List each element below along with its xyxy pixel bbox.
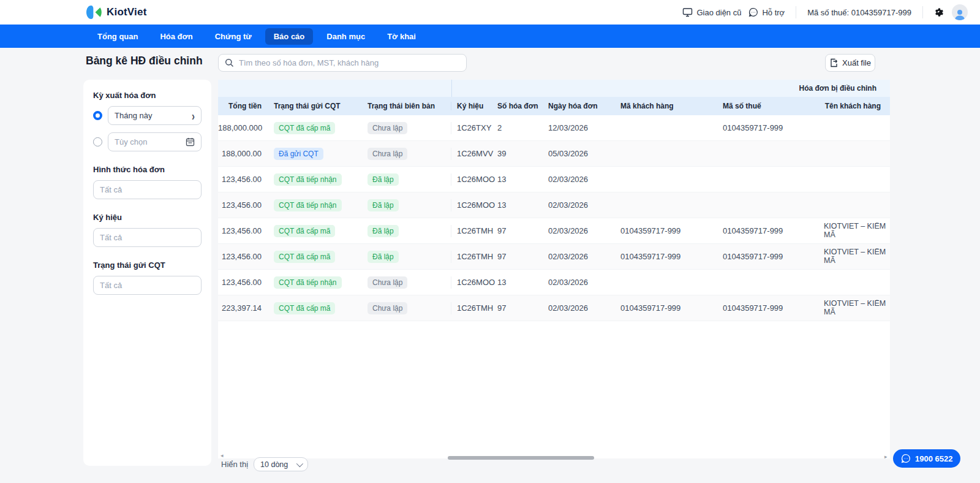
cell-invoice-number: 13 [497,200,548,210]
record-status-badge: Chưa lập [368,122,407,134]
record-status-badge: Chưa lập [368,276,407,289]
adjusted-invoice-group-header: Hóa đơn bị điều chỉnh [451,80,890,97]
cqt-status-filter-input[interactable] [93,276,202,295]
nav-item-2[interactable]: Chứng từ [206,28,260,45]
nav-item-3[interactable]: Báo cáo [265,28,314,45]
settings-button[interactable] [934,7,944,18]
scroll-right-arrow[interactable]: ▸ [884,454,888,460]
table-row[interactable]: 123,456.00CQT đã tiếp nhậnChưa lập1C26MO… [218,270,890,295]
old-interface-link[interactable]: Giao diện cũ [682,7,741,17]
cell-symbol: 1C26MVV [451,149,497,158]
cell-record-status: Chưa lập [368,276,451,289]
column-header-3: Ký hiệu [451,102,497,110]
nav-item-5[interactable]: Tờ khai [379,28,424,45]
symbol-filter-label: Ký hiệu [93,213,202,222]
invoice-form-filter-input[interactable] [93,180,202,199]
period-custom-radio[interactable] [93,137,102,146]
cell-cqt-status: CQT đã cấp mã [274,225,368,237]
table-row[interactable]: 123,456.00CQT đã tiếp nhậnĐã lập1C26MOO1… [218,167,890,192]
customer-name-text: KIOTVIET – KIẾM MÃ [824,222,890,238]
main-nav: Tổng quanHóa đơnChứng từBáo cáoDanh mụcT… [0,25,980,48]
cqt-status-badge: CQT đã tiếp nhận [274,173,342,186]
support-link[interactable]: Hỗ trợ [748,7,785,17]
table-row[interactable]: 188,000.00Đã gửi CQTChưa lập1C26MVV3905/… [218,141,890,167]
display-label: Hiển thị [221,460,248,469]
kiotviet-logo[interactable]: KiotViet [86,5,147,20]
nav-item-4[interactable]: Danh mục [318,28,374,45]
cell-symbol: 1C26TMH [451,303,497,313]
cqt-status-badge: CQT đã cấp mã [274,302,335,314]
cell-total-amount: 123,456.00 [218,200,274,210]
cell-tax-code: 0104359717-999 [723,123,824,132]
period-this-month-radio[interactable] [93,111,102,120]
column-header-8: Tên khách hàng [824,102,890,110]
column-header-5: Ngày hóa đơn [548,102,620,110]
symbol-filter-input[interactable] [93,228,202,247]
column-header-0: Tổng tiền [218,102,274,110]
cell-invoice-number: 2 [497,123,548,132]
cell-tax-code: 0104359717-999 [723,226,824,235]
period-custom-picker[interactable]: Tùy chọn [108,132,202,151]
divider [922,6,923,18]
cqt-status-badge: CQT đã tiếp nhận [274,276,342,289]
cell-record-status: Đã lập [368,199,451,211]
cell-tax-code: 0104359717-999 [723,303,824,313]
column-header-7: Mã số thuế [723,102,824,110]
kiotviet-logo-icon [86,5,102,20]
page-size-value: 10 dòng [260,460,288,469]
cell-customer-code: 0104359717-999 [620,252,723,261]
cell-total-amount: 188,000.00 [218,149,274,158]
chat-icon [901,454,911,463]
table-row[interactable]: 123,456.00CQT đã cấp mãĐã lập1C26TMH9702… [218,218,890,244]
search-input[interactable] [239,58,460,67]
cell-invoice-date: 02/03/2026 [548,200,620,210]
export-label: Xuất file [842,58,871,67]
table-group-header-row: Hóa đơn bị điều chỉnh [218,80,890,97]
table-row[interactable]: 223,397.14CQT đã cấp mãChưa lập1C26TMH97… [218,295,890,321]
table-row[interactable]: 123,456.00CQT đã tiếp nhậnĐã lập1C26MOO1… [218,192,890,218]
export-file-button[interactable]: Xuất file [825,54,875,72]
cell-record-status: Đã lập [368,251,451,263]
cqt-status-badge: CQT đã tiếp nhận [274,199,342,211]
nav-item-0[interactable]: Tổng quan [89,28,146,45]
cell-symbol: 1C26TMH [451,226,497,235]
cell-invoice-date: 05/03/2026 [548,149,620,158]
page-size-select[interactable]: 10 dòng [254,457,308,471]
table-row[interactable]: 188,000.000CQT đã cấp mãChưa lập1C26TXY2… [218,115,890,141]
table-column-header-row: Tổng tiềnTrạng thái gửi CQTTrạng thái bi… [218,97,890,115]
cqt-status-badge: CQT đã cấp mã [274,225,335,237]
cell-customer-name: KIOTVIET – KIẾM MÃ [824,248,890,264]
period-this-month-select[interactable]: Tháng này › [108,106,202,125]
chat-bubble-icon [748,7,758,17]
invoice-form-filter-label: Hình thức hóa đơn [93,165,202,174]
cqt-status-filter-label: Trạng thái gửi CQT [93,261,202,270]
nav-item-1[interactable]: Hóa đơn [151,28,201,45]
cell-customer-name: KIOTVIET – KIẾM MÃ [824,300,890,316]
table-row[interactable]: 123,456.00CQT đã cấp mãĐã lập1C26TMH9702… [218,244,890,270]
divider [796,6,796,18]
cqt-status-badge: CQT đã cấp mã [274,251,335,263]
cell-symbol: 1C26MOO [451,175,497,184]
record-status-badge: Chưa lập [368,302,407,314]
page-title: Bảng kê HĐ điều chỉnh [86,55,203,67]
cell-invoice-date: 02/03/2026 [548,175,620,184]
user-avatar[interactable] [952,4,968,20]
cell-invoice-number: 39 [497,149,548,158]
table-footer: Hiển thị 10 dòng [221,457,308,471]
cell-symbol: 1C26MOO [451,200,497,210]
cell-invoice-date: 02/03/2026 [548,278,620,287]
cell-customer-code: 0104359717-999 [620,303,723,313]
cell-invoice-number: 97 [497,252,548,261]
horizontal-scrollbar-thumb[interactable] [448,456,594,460]
cell-total-amount: 223,397.14 [218,303,274,313]
column-header-6: Mã khách hàng [620,102,723,110]
filter-panel: Kỳ xuất hóa đơn Tháng này › Tùy chọn Hìn… [83,80,211,466]
export-icon [829,58,839,67]
column-header-2: Trạng thái biên bản [368,102,451,110]
hotline-chat-button[interactable]: 1900 6522 [893,449,960,468]
cell-record-status: Chưa lập [368,148,451,160]
customer-name-text: KIOTVIET – KIẾM MÃ [824,248,890,264]
cell-invoice-number: 13 [497,175,548,184]
cell-cqt-status: CQT đã cấp mã [274,251,368,263]
cell-invoice-date: 02/03/2026 [548,303,620,313]
